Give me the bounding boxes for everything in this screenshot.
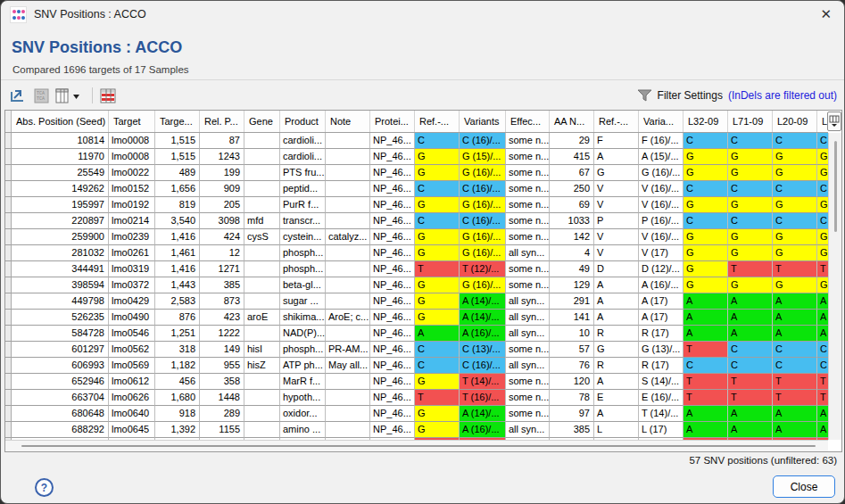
- table-row[interactable]: 680648lmo0640918289oxidor...NP_46...GA (…: [5, 406, 828, 422]
- cell-refaa[interactable]: F: [594, 133, 639, 149]
- cell-relpos[interactable]: 1448: [200, 390, 244, 406]
- cell-gene[interactable]: cysS: [244, 229, 280, 245]
- table-row[interactable]: 195997lmo0192819205PurR f...NP_46...GG (…: [5, 197, 828, 213]
- table-row[interactable]: 220897lmo02143,5403098mfdtranscr...NP_46…: [5, 213, 828, 229]
- cell-ref[interactable]: C: [415, 181, 460, 197]
- cell-sample-3[interactable]: T: [817, 261, 828, 277]
- cell-protein[interactable]: NP_46...: [370, 310, 415, 326]
- cell-refaa[interactable]: G: [594, 165, 639, 181]
- cell-variants[interactable]: G (16)/...: [460, 229, 506, 245]
- cell-abs[interactable]: 10814: [12, 133, 109, 149]
- cell-varaa[interactable]: V (16)/...: [639, 197, 683, 213]
- cell-abs[interactable]: 25549: [12, 165, 109, 181]
- cell-protein[interactable]: NP_46...: [370, 197, 415, 213]
- cell-effect[interactable]: some n...: [506, 390, 550, 406]
- cell-abs[interactable]: 398594: [12, 277, 109, 293]
- cell-gene[interactable]: hisI: [244, 342, 280, 358]
- cell-ref[interactable]: C: [415, 133, 460, 149]
- cell-note[interactable]: [326, 326, 370, 342]
- cell-protein[interactable]: NP_46...: [370, 261, 415, 277]
- cell-sample-3[interactable]: C: [817, 358, 828, 374]
- cell-varaa[interactable]: G (16)/...: [639, 165, 683, 181]
- cell-target[interactable]: lmo0022: [109, 165, 155, 181]
- cell-varaa[interactable]: L (17): [639, 422, 683, 438]
- cell-aanum[interactable]: 250: [550, 181, 594, 197]
- filter-settings-button[interactable]: Filter Settings: [658, 89, 723, 102]
- column-header[interactable]: Note: [326, 111, 370, 132]
- cell-sample-2[interactable]: A: [773, 293, 817, 310]
- cell-variants[interactable]: T (16)/...: [460, 390, 506, 406]
- cell-protein[interactable]: NP_46...: [370, 149, 415, 165]
- cell-product[interactable]: hypoth...: [280, 390, 326, 406]
- cell-product[interactable]: shikima...: [280, 310, 326, 326]
- cell-aanum[interactable]: 67: [550, 165, 594, 181]
- column-header[interactable]: Targe...: [155, 111, 200, 132]
- cell-sample-1[interactable]: C: [728, 342, 773, 358]
- cell-tlen[interactable]: 1,443: [155, 277, 200, 293]
- cell-sample-3[interactable]: A: [817, 293, 828, 310]
- cell-sample-3[interactable]: C: [817, 133, 828, 149]
- cell-target[interactable]: lmo0192: [109, 197, 155, 213]
- cell-note[interactable]: [326, 165, 370, 181]
- cell-target[interactable]: lmo0569: [109, 358, 155, 374]
- cell-relpos[interactable]: 289: [200, 406, 244, 422]
- horizontal-scrollbar-thumb[interactable]: [21, 445, 816, 447]
- table-row[interactable]: 652946lmo0612456358MarR f...NP_46...GT (…: [5, 374, 828, 390]
- cell-tlen[interactable]: 2,583: [155, 293, 200, 310]
- cell-target[interactable]: lmo0372: [109, 277, 155, 293]
- cell-product[interactable]: PTS fru...: [280, 165, 326, 181]
- cell-sample-0[interactable]: C: [683, 358, 728, 374]
- cell-sample-2[interactable]: G: [773, 229, 817, 245]
- table-row[interactable]: 526235lmo0490876423aroEshikima...AroE; c…: [5, 310, 828, 326]
- cell-effect[interactable]: all syn...: [506, 326, 550, 342]
- column-header[interactable]: Ref.-...: [415, 111, 460, 132]
- cell-variants[interactable]: C (16)/...: [460, 133, 506, 149]
- cell-ref[interactable]: T: [415, 390, 460, 406]
- cell-variants[interactable]: A (16)/...: [460, 326, 506, 342]
- cell-sample-3[interactable]: A: [817, 422, 828, 438]
- cell-effect[interactable]: some n...: [506, 406, 550, 422]
- cell-target[interactable]: lmo0152: [109, 181, 155, 197]
- cell-sample-1[interactable]: G: [728, 197, 773, 213]
- cell-target[interactable]: lmo0612: [109, 374, 155, 390]
- cell-target[interactable]: lmo0640: [109, 406, 155, 422]
- cell-note[interactable]: [326, 293, 370, 310]
- cell-target[interactable]: lmo0562: [109, 342, 155, 358]
- cell-tlen[interactable]: 819: [155, 197, 200, 213]
- cell-protein[interactable]: NP_46...: [370, 358, 415, 374]
- cell-variants[interactable]: T (14)/...: [460, 374, 506, 390]
- cell-sample-3[interactable]: G: [817, 197, 828, 213]
- cell-refaa[interactable]: E: [594, 390, 639, 406]
- cell-effect[interactable]: some n...: [506, 133, 550, 149]
- column-header[interactable]: Rel. P...: [200, 111, 244, 132]
- cell-refaa[interactable]: A: [594, 406, 639, 422]
- cell-protein[interactable]: NP_46...: [370, 165, 415, 181]
- cell-tlen[interactable]: 1,515: [155, 149, 200, 165]
- cell-sample-1[interactable]: A: [728, 406, 773, 422]
- cell-sample-3[interactable]: A: [817, 310, 828, 326]
- cell-sample-2[interactable]: C: [773, 358, 817, 374]
- cell-abs[interactable]: 195997: [12, 197, 109, 213]
- cell-tlen[interactable]: 918: [155, 406, 200, 422]
- table-row[interactable]: 601297lmo0562318149hisIphosph...PR-AM...…: [5, 342, 828, 358]
- cell-sample-3[interactable]: G: [817, 149, 828, 165]
- cell-tlen[interactable]: 1,182: [155, 358, 200, 374]
- table-row[interactable]: 398594lmo03721,443385beta-gl...NP_46...G…: [5, 277, 828, 293]
- cell-relpos[interactable]: 1222: [200, 326, 244, 342]
- cell-sample-3[interactable]: T: [817, 374, 828, 390]
- cell-refaa[interactable]: V: [594, 197, 639, 213]
- cell-protein[interactable]: NP_46...: [370, 229, 415, 245]
- cell-sample-0[interactable]: A: [683, 310, 728, 326]
- cell-note[interactable]: [326, 261, 370, 277]
- cell-sample-3[interactable]: A: [817, 406, 828, 422]
- cell-effect[interactable]: some n...: [506, 277, 550, 293]
- cell-refaa[interactable]: P: [594, 213, 639, 229]
- cell-product[interactable]: ATP ph...: [280, 358, 326, 374]
- cell-target[interactable]: lmo0490: [109, 310, 155, 326]
- cell-sample-0[interactable]: T: [683, 342, 728, 358]
- cell-effect[interactable]: some n...: [506, 213, 550, 229]
- cell-gene[interactable]: [244, 261, 280, 277]
- cell-sample-2[interactable]: A: [773, 406, 817, 422]
- column-header[interactable]: L20-09: [773, 111, 817, 132]
- cell-target[interactable]: lmo0645: [109, 422, 155, 438]
